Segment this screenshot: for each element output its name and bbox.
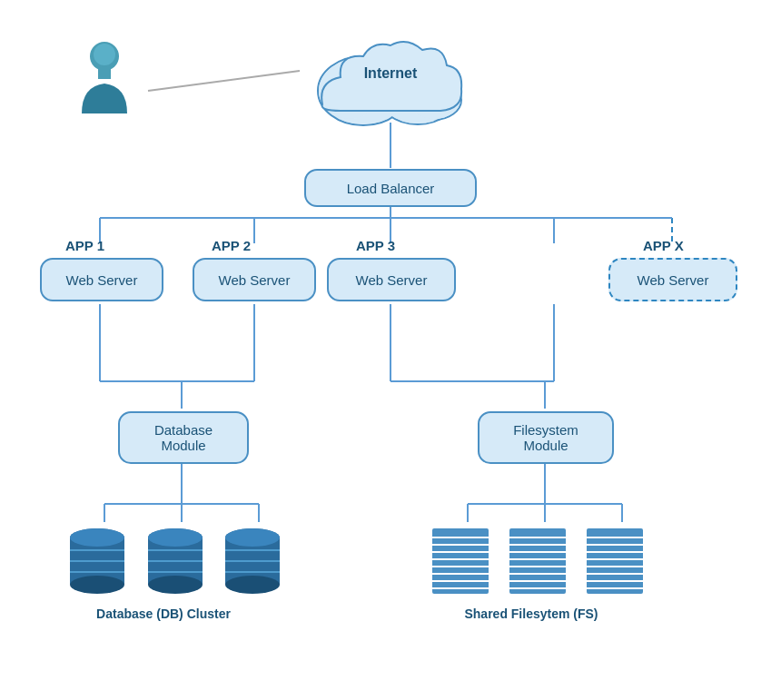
app1-label: APP 1 [65, 238, 104, 253]
appx-label: APP X [643, 238, 684, 253]
fs-module-node: Filesystem Module [476, 410, 616, 465]
svg-point-54 [148, 576, 203, 594]
db-cluster-label: Database (DB) Cluster [54, 606, 272, 621]
diagram: Internet Load Balancer APP 1 APP 2 APP 3… [0, 0, 781, 700]
db1-icon [65, 525, 129, 601]
svg-point-55 [148, 528, 203, 547]
ws3-box: Web Server [327, 258, 456, 301]
fs1-icon [429, 525, 492, 601]
ws1-node: Web Server [38, 257, 165, 302]
db-module-node: Database Module [116, 410, 251, 465]
app3-label: APP 3 [356, 238, 395, 253]
load-balancer-box: Load Balancer [304, 169, 477, 207]
fs2-icon [506, 525, 569, 601]
db2-icon [143, 525, 207, 601]
app2-label: APP 2 [212, 238, 251, 253]
internet-label: Internet [300, 65, 481, 82]
svg-point-48 [70, 528, 124, 547]
svg-line-0 [148, 71, 300, 91]
fs-module-box: Filesystem Module [478, 411, 614, 464]
fs3-icon [583, 525, 647, 601]
load-balancer-node: Load Balancer [300, 168, 481, 208]
wsx-box: Web Server [608, 258, 737, 301]
ws3-node: Web Server [325, 257, 458, 302]
internet-cloud: Internet [300, 27, 481, 127]
svg-point-61 [225, 576, 280, 594]
person-icon [73, 36, 136, 122]
svg-point-62 [225, 528, 280, 547]
wsx-node: Web Server [607, 257, 739, 302]
svg-rect-33 [98, 68, 111, 79]
db3-icon [221, 525, 284, 601]
fs-label: Shared Filesytem (FS) [413, 606, 649, 621]
ws2-node: Web Server [191, 257, 318, 302]
db-module-box: Database Module [118, 411, 249, 464]
svg-point-34 [94, 44, 115, 65]
ws1-box: Web Server [40, 258, 163, 301]
svg-point-47 [70, 576, 124, 594]
ws2-box: Web Server [193, 258, 316, 301]
